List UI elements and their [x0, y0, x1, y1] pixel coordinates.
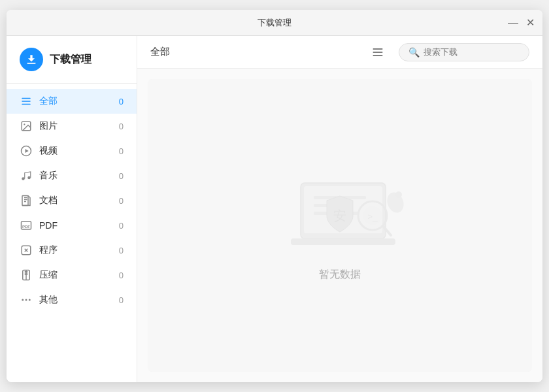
- svg-rect-22: [373, 48, 383, 50]
- image-icon: [20, 120, 33, 133]
- nav-count-other: 0: [119, 295, 124, 305]
- empty-illustration: 安 >_: [261, 170, 418, 255]
- nav-count-app: 0: [119, 246, 124, 255]
- nav-count-doc: 0: [119, 196, 124, 206]
- sidebar-app-title: 下载管理: [50, 53, 92, 67]
- pdf-icon: PDF: [20, 219, 33, 232]
- nav-label-image: 图片: [39, 120, 112, 132]
- nav-label-all: 全部: [39, 95, 112, 107]
- sidebar-item-video[interactable]: 视频 0: [7, 139, 137, 163]
- music-icon: [20, 169, 33, 182]
- menu-icon-button[interactable]: [367, 42, 388, 63]
- svg-rect-2: [22, 101, 31, 102]
- svg-rect-23: [373, 52, 383, 53]
- minimize-button[interactable]: —: [508, 18, 518, 27]
- svg-rect-1: [22, 98, 31, 99]
- sidebar-item-pdf[interactable]: PDF PDF 0: [7, 213, 137, 238]
- sidebar-item-app[interactable]: 程序 0: [7, 238, 137, 263]
- doc-icon: [20, 194, 33, 207]
- svg-point-20: [25, 299, 27, 301]
- svg-point-9: [27, 176, 31, 180]
- svg-point-5: [24, 123, 25, 125]
- search-input[interactable]: [424, 47, 520, 57]
- svg-point-21: [29, 299, 31, 301]
- nav-label-app: 程序: [39, 244, 112, 256]
- empty-svg: 安 >_: [261, 170, 418, 255]
- svg-point-36: [384, 189, 406, 214]
- nav-label-doc: 文档: [39, 195, 112, 206]
- sidebar-item-zip[interactable]: 压缩 0: [7, 263, 137, 287]
- content-header: 全部 🔍: [137, 36, 542, 69]
- title-bar: 下载管理 — ✕: [7, 10, 542, 36]
- app-icon-circle: [20, 48, 43, 71]
- empty-text: 暂无数据: [319, 268, 361, 282]
- window-title: 下载管理: [258, 17, 291, 29]
- sidebar-header: 下载管理: [7, 36, 137, 84]
- svg-marker-7: [25, 149, 29, 153]
- close-button[interactable]: ✕: [525, 18, 535, 27]
- svg-rect-27: [291, 238, 395, 245]
- search-box[interactable]: 🔍: [399, 43, 529, 61]
- download-icon: [25, 53, 38, 66]
- sidebar-item-music[interactable]: 音乐 0: [7, 163, 137, 188]
- search-icon: 🔍: [408, 47, 420, 57]
- nav-count-music: 0: [119, 171, 124, 181]
- nav-label-video: 视频: [39, 145, 112, 157]
- svg-rect-0: [27, 63, 35, 64]
- nav-count-image: 0: [119, 122, 124, 131]
- nav-count-video: 0: [119, 146, 124, 156]
- nav-label-other: 其他: [39, 294, 112, 306]
- svg-text:PDF: PDF: [22, 225, 30, 229]
- nav-count-pdf: 0: [119, 221, 124, 231]
- sidebar-item-doc[interactable]: 文档 0: [7, 188, 137, 213]
- nav-count-zip: 0: [119, 270, 124, 280]
- nav-label-zip: 压缩: [39, 269, 112, 281]
- svg-point-19: [22, 299, 24, 301]
- sidebar-item-all[interactable]: 全部 0: [7, 89, 137, 114]
- sidebar-nav: 全部 0 图片 0: [7, 84, 137, 382]
- other-icon: [20, 293, 33, 306]
- svg-point-37: [395, 191, 402, 198]
- svg-text:>_: >_: [368, 212, 378, 221]
- main-window: 下载管理 — ✕ 下载管理: [7, 10, 542, 382]
- sidebar-item-image[interactable]: 图片 0: [7, 114, 137, 139]
- svg-rect-24: [373, 55, 383, 56]
- nav-count-all: 0: [119, 97, 124, 106]
- list-icon: [20, 95, 33, 108]
- app-program-icon: [20, 244, 33, 257]
- content-header-title: 全部: [150, 46, 170, 58]
- svg-rect-3: [22, 104, 31, 105]
- sidebar-item-other[interactable]: 其他 0: [7, 287, 137, 312]
- svg-text:安: 安: [333, 208, 346, 223]
- empty-state: 安 >_ 暂无数据: [148, 79, 532, 372]
- window-controls: — ✕: [508, 18, 535, 27]
- svg-point-8: [22, 177, 25, 180]
- nav-label-music: 音乐: [39, 170, 112, 182]
- nav-label-pdf: PDF: [39, 220, 112, 231]
- main-layout: 下载管理 全部 0: [7, 36, 542, 382]
- sidebar: 下载管理 全部 0: [7, 36, 137, 382]
- content-area: 全部 🔍: [137, 36, 542, 382]
- zip-icon: [20, 269, 33, 282]
- video-icon: [20, 144, 33, 157]
